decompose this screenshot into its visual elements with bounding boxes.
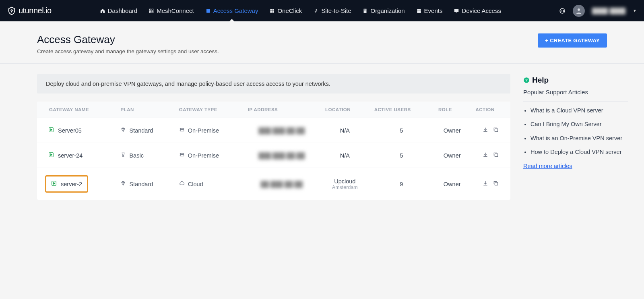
nav-access-gateway[interactable]: Access Gateway — [205, 0, 258, 21]
help-article-link[interactable]: Can I Bring My Own Server — [530, 120, 628, 128]
table-header-row: GATEWAY NAME PLAN GATEWAY TYPE IP ADDRES… — [37, 102, 510, 118]
svg-rect-24 — [495, 129, 497, 131]
svg-rect-10 — [364, 8, 367, 13]
page-title: Access Gateway — [37, 33, 219, 46]
plan-cell: Basic — [120, 152, 169, 159]
server-icon — [179, 127, 185, 134]
nav-site-to-site[interactable]: Site-to-Site — [313, 0, 351, 21]
svg-point-23 — [180, 131, 181, 131]
gateway-table: GATEWAY NAME PLAN GATEWAY TYPE IP ADDRES… — [37, 102, 510, 200]
cloud-icon — [179, 181, 185, 187]
device-icon — [454, 8, 459, 14]
org-icon — [362, 8, 368, 14]
user-name[interactable]: ████ ████ — [592, 8, 625, 14]
nav-items: Dashboard MeshConnect Access Gateway One… — [100, 0, 559, 21]
page-subtitle: Create access gateway and manage the gat… — [37, 48, 219, 54]
top-nav: utunnel.io Dashboard MeshConnect Access … — [0, 0, 644, 21]
copy-icon[interactable] — [493, 127, 499, 134]
svg-rect-16 — [454, 9, 459, 12]
nav-meshconnect[interactable]: MeshConnect — [149, 0, 194, 21]
copy-icon[interactable] — [493, 180, 499, 188]
svg-rect-4 — [152, 11, 153, 13]
col-active-users: ACTIVE USERS — [369, 102, 433, 118]
active-users: 9 — [369, 168, 433, 200]
svg-rect-6 — [270, 9, 272, 10]
gateway-name-link[interactable]: server-2 — [45, 175, 88, 193]
nav-dashboard[interactable]: Dashboard — [100, 0, 137, 21]
diamond-icon — [120, 127, 126, 134]
plan-cell: Standard — [120, 127, 169, 134]
user-avatar[interactable] — [573, 5, 585, 17]
svg-rect-32 — [495, 182, 497, 185]
col-role: ROLE — [433, 102, 471, 118]
role: Owner — [433, 168, 471, 200]
location: N/A — [325, 127, 365, 134]
svg-point-28 — [180, 154, 181, 154]
svg-rect-3 — [149, 11, 151, 13]
support-icon[interactable] — [559, 8, 566, 14]
mesh-icon — [149, 8, 154, 14]
copy-icon[interactable] — [493, 152, 499, 159]
location: Upcloud — [325, 178, 365, 185]
user-menu-caret-icon[interactable]: ▼ — [633, 8, 637, 13]
svg-rect-12 — [366, 9, 366, 10]
main-content: Deploy cloud and on-premise VPN gateways… — [0, 64, 644, 200]
svg-rect-9 — [272, 11, 274, 12]
home-icon — [100, 8, 105, 14]
active-users: 5 — [369, 143, 433, 168]
info-banner: Deploy cloud and on-premise VPN gateways… — [37, 74, 510, 93]
svg-point-0 — [11, 10, 12, 11]
status-running-icon — [48, 127, 54, 134]
col-ip-address: IP ADDRESS — [243, 102, 320, 118]
download-icon[interactable] — [482, 180, 489, 188]
server-icon — [179, 152, 185, 159]
trophy-icon — [120, 152, 126, 159]
table-row: server-24 Basic On-Premise ███.███.██.██… — [37, 143, 510, 168]
table-row: server-2 Standard Cloud ██.███.██.██ Upc… — [37, 168, 510, 200]
download-icon[interactable] — [482, 127, 489, 134]
read-more-link[interactable]: Read more articles — [523, 163, 572, 169]
table-row: Server05 Standard On-Premise ███.███.██.… — [37, 118, 510, 143]
status-running-icon — [48, 152, 54, 159]
location: N/A — [325, 152, 365, 159]
help-icon: ? — [523, 77, 530, 83]
events-icon — [416, 8, 422, 14]
role: Owner — [433, 143, 471, 168]
gateway-name-link[interactable]: Server05 — [45, 125, 85, 135]
svg-point-22 — [180, 129, 181, 129]
brand-logo[interactable]: utunnel.io — [7, 6, 52, 16]
create-gateway-button[interactable]: + CREATE GATEWAY — [538, 33, 607, 48]
help-sidebar: ? Help Popular Support Articles What is … — [523, 74, 628, 200]
nav-organization[interactable]: Organization — [362, 0, 405, 21]
nav-events[interactable]: Events — [416, 0, 443, 21]
role: Owner — [433, 118, 471, 143]
ip-address: ██.███.██.██ — [260, 181, 303, 187]
svg-rect-15 — [417, 9, 421, 12]
col-gateway-name: GATEWAY NAME — [37, 102, 116, 118]
help-article-link[interactable]: What is a Cloud VPN server — [530, 106, 628, 114]
help-articles: What is a Cloud VPN serverCan I Bring My… — [523, 106, 628, 156]
help-article-link[interactable]: What is an On-Premise VPN server — [530, 134, 628, 142]
svg-point-18 — [578, 8, 580, 11]
col-plan: PLAN — [116, 102, 174, 118]
svg-rect-13 — [364, 10, 365, 11]
oneclick-icon — [269, 8, 275, 14]
brand-name: utunnel.io — [19, 6, 52, 15]
svg-rect-30 — [495, 154, 497, 156]
svg-rect-5 — [206, 9, 210, 12]
svg-rect-2 — [152, 9, 153, 10]
help-title: ? Help — [523, 76, 628, 85]
svg-rect-7 — [272, 9, 274, 10]
person-icon — [575, 7, 582, 15]
help-article-link[interactable]: How to Deploy a Cloud VPN server — [530, 148, 628, 156]
s2s-icon — [313, 8, 319, 14]
page-header: Access Gateway Create access gateway and… — [0, 21, 644, 64]
gateway-icon — [205, 8, 211, 14]
col-action: ACTION — [471, 102, 510, 118]
svg-rect-8 — [270, 11, 272, 12]
nav-oneclick[interactable]: OneClick — [269, 0, 302, 21]
gateway-name-link[interactable]: server-24 — [45, 150, 86, 160]
nav-device-access[interactable]: Device Access — [454, 0, 501, 21]
svg-rect-14 — [366, 10, 366, 11]
download-icon[interactable] — [482, 152, 489, 159]
